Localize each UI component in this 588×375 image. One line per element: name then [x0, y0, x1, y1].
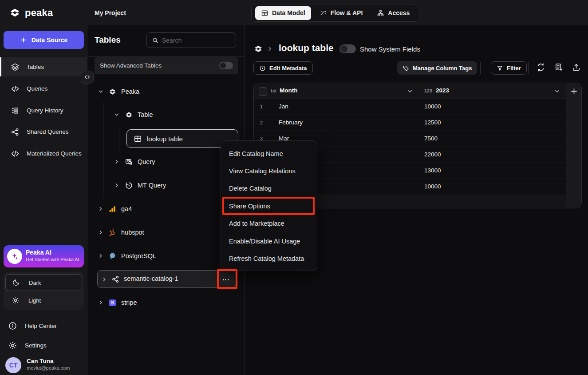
table-row[interactable]: 2 February 12500	[254, 115, 566, 131]
tree-item-label: stripe	[121, 299, 137, 306]
more-options-button[interactable]	[220, 274, 232, 285]
column-header-month[interactable]: Month	[280, 87, 297, 94]
user-name: Can Tuna	[27, 358, 54, 364]
theme-dark-option[interactable]: Dark	[5, 274, 82, 291]
chevron-right-icon[interactable]	[98, 206, 104, 212]
select-all-checkbox[interactable]	[259, 87, 267, 96]
code-icon	[11, 149, 20, 158]
column-type: 123	[424, 88, 432, 93]
tab-flow-api[interactable]: Flow & API	[314, 6, 369, 20]
table-grid-icon	[261, 9, 268, 17]
menu-item-delete-catalog[interactable]: Delete Catalog	[221, 180, 317, 197]
chevron-down-icon[interactable]	[114, 112, 120, 118]
edit-metadata-button[interactable]: Edit Metadata	[253, 61, 313, 75]
panel-collapse-button[interactable]	[81, 71, 94, 84]
chevron-right-icon[interactable]	[101, 276, 107, 283]
menu-item-view-catalog-relations[interactable]: View Catalog Relations	[221, 162, 317, 180]
topbar: peaka My Project Data Model Flow & API A…	[0, 0, 588, 25]
chevron-right-icon	[267, 46, 273, 52]
chevron-down-icon[interactable]	[554, 88, 560, 95]
sidebar-item-label: Tables	[27, 64, 44, 70]
cell-month[interactable]: Jan	[279, 103, 288, 110]
cell-value[interactable]: 7500	[424, 135, 438, 142]
sidebar-item-tables[interactable]: Tables	[0, 57, 87, 76]
row-number: 2	[260, 120, 263, 125]
menu-item-add-to-marketplace[interactable]: Add to Marketplace	[221, 215, 317, 232]
share-icon	[11, 128, 20, 136]
chevron-right-icon[interactable]	[98, 299, 104, 306]
tab-data-model[interactable]: Data Model	[255, 6, 311, 20]
menu-item-enable-disable-ai-usage[interactable]: Enable/Disable AI Usage	[221, 232, 317, 250]
panel-collapse-icon	[84, 74, 90, 80]
tree-item-label: Peaka	[121, 88, 139, 95]
peaka-app: peaka My Project Data Model Flow & API A…	[0, 0, 588, 375]
settings[interactable]: Settings	[0, 336, 87, 354]
help-center-label: Help Center	[25, 323, 57, 329]
tree-item-semantic-catalog-1[interactable]: semantic-catalog-1	[97, 270, 236, 288]
tree-item-label: hubspot	[121, 229, 144, 236]
menu-item-share-options[interactable]: Share Options	[221, 197, 317, 215]
search-input[interactable]	[162, 37, 233, 44]
advanced-tables-toggle[interactable]	[219, 62, 233, 69]
search-box	[146, 32, 236, 48]
column-header-2023[interactable]: 2023	[436, 87, 449, 94]
filter-button[interactable]: Filter	[491, 61, 527, 75]
refresh-button[interactable]	[535, 63, 546, 73]
stripe-icon: S	[108, 299, 117, 307]
sidebar-item-materialized-queries[interactable]: Materialized Queries	[0, 144, 87, 163]
upload-icon	[572, 63, 581, 72]
manage-column-tags-button[interactable]: Manage Column Tags	[397, 61, 477, 75]
chevron-right-icon[interactable]	[98, 253, 104, 259]
chevron-right-icon[interactable]	[114, 182, 120, 188]
cell-value[interactable]: 13000	[424, 167, 441, 174]
tab-access[interactable]: Access	[371, 6, 415, 20]
cell-value[interactable]: 10000	[424, 183, 441, 190]
tree-item-peaka[interactable]: Peaka	[87, 83, 245, 100]
peaka-ai-banner[interactable]: Peaka AI Get Started with Peaka AI	[4, 245, 84, 267]
project-name[interactable]: My Project	[95, 9, 126, 16]
table-row[interactable]: 1 Jan 10000	[254, 99, 566, 115]
user-email: mevlut@peaka.com	[27, 365, 70, 371]
help-center[interactable]: Help Center	[0, 317, 87, 335]
row-number: 1	[260, 104, 263, 109]
ga4-icon	[108, 205, 117, 213]
view-tabs: Data Model Flow & API Access	[251, 4, 419, 22]
cell-month[interactable]: February	[279, 119, 303, 126]
tag-icon	[403, 65, 409, 72]
chevron-right-icon[interactable]	[114, 159, 120, 165]
tree-item-table[interactable]: Table	[87, 106, 245, 124]
cell-value[interactable]: 10000	[424, 103, 441, 110]
sidebar-item-shared-queries[interactable]: Shared Queries	[0, 122, 87, 141]
add-data-source-button[interactable]: Data Source	[4, 31, 84, 49]
cell-value[interactable]: 22000	[424, 151, 441, 158]
menu-item-edit-catalog-name[interactable]: Edit Catalog Name	[221, 145, 317, 162]
csv-add-button[interactable]	[553, 63, 564, 73]
peaka-mark-icon	[108, 88, 117, 96]
sidebar-item-query-history[interactable]: Query History	[0, 101, 87, 120]
add-column-icon[interactable]	[570, 88, 578, 95]
avatar: CT	[5, 357, 21, 373]
moon-icon	[12, 279, 20, 287]
user-account[interactable]: CT Can Tuna mevlut@peaka.com	[0, 354, 87, 375]
table-grid-icon	[134, 135, 142, 143]
peaka-logo[interactable]: peaka	[9, 7, 53, 19]
layers-icon	[11, 63, 20, 72]
chevron-right-icon[interactable]	[98, 229, 104, 235]
gear-icon	[8, 341, 17, 350]
show-system-fields-toggle[interactable]	[339, 44, 356, 53]
chevron-down-icon[interactable]	[98, 88, 104, 95]
toolbar-divider	[480, 62, 481, 74]
manage-column-tags-label: Manage Column Tags	[413, 65, 472, 72]
tree-item-stripe[interactable]: S stripe	[87, 294, 245, 311]
chevron-down-icon[interactable]	[406, 88, 413, 95]
refresh-icon	[536, 63, 545, 72]
export-button[interactable]	[571, 63, 581, 73]
code-icon	[11, 84, 20, 93]
tab-label: Flow & API	[331, 9, 363, 16]
menu-item-refresh-catalog-metadata[interactable]: Refresh Catalog Metadata	[221, 250, 317, 267]
search-icon	[152, 37, 159, 44]
sidebar-item-queries[interactable]: Queries	[0, 79, 87, 98]
cell-value[interactable]: 12500	[424, 119, 441, 126]
theme-light-option[interactable]: Light	[5, 292, 82, 309]
panel-title: Tables	[95, 35, 121, 45]
